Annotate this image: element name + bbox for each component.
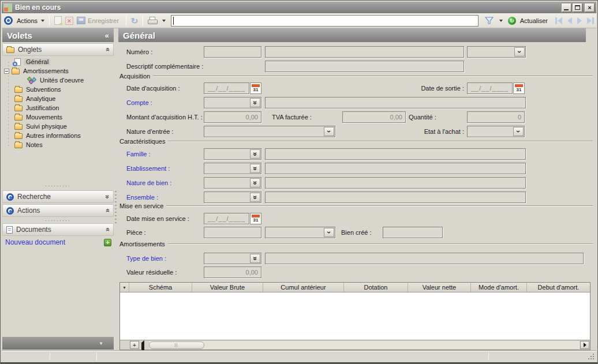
refresh-button[interactable]: ↻: [129, 15, 140, 27]
type-bien-combo[interactable]: [204, 253, 261, 264]
grid-add-row-button[interactable]: +: [130, 341, 139, 349]
grid-column-header-valeur-nette[interactable]: Valeur nette: [408, 283, 471, 292]
date-acquisition-input[interactable]: __/__/____: [204, 82, 249, 94]
lookup-dropdown-button[interactable]: [250, 98, 260, 107]
filter-dropdown-button[interactable]: [496, 18, 504, 23]
nav-next-button[interactable]: [577, 17, 582, 24]
grid-column-header-dotation[interactable]: Dotation: [344, 283, 408, 292]
type-bien-description-input[interactable]: [265, 253, 584, 264]
combo-dropdown-button[interactable]: [514, 47, 525, 57]
famille-description-input[interactable]: [265, 148, 526, 160]
section-onglets[interactable]: Onglets »: [2, 43, 114, 56]
grid-column-header-schema[interactable]: Schéma: [129, 283, 192, 292]
lookup-dropdown-button[interactable]: [250, 149, 260, 159]
grid-column-header-mode-amort[interactable]: Mode d'amort.: [471, 283, 527, 292]
add-document-button[interactable]: +: [104, 239, 111, 246]
combo-dropdown-button[interactable]: [513, 127, 524, 136]
sidebar-scroll-down-bar[interactable]: ▼: [2, 337, 114, 350]
etat-achat-select[interactable]: [467, 126, 525, 137]
grid-hscrollbar-thumb[interactable]: [149, 342, 204, 349]
piece-select[interactable]: [265, 227, 335, 238]
lookup-dropdown-button[interactable]: [250, 254, 260, 263]
nav-first-button[interactable]: [555, 17, 562, 24]
grid-hscrollbar-track[interactable]: [149, 341, 580, 349]
tree-item-suivi-physique[interactable]: Suivi physique: [14, 122, 67, 131]
section-documents[interactable]: Documents »: [2, 223, 114, 236]
ensemble-combo[interactable]: [204, 192, 261, 203]
piece-input[interactable]: [204, 227, 261, 238]
sidebar-splitter-handle[interactable]: ·········: [2, 184, 114, 188]
new-document-link[interactable]: Nouveau document: [5, 238, 104, 246]
nature-bien-combo[interactable]: [204, 177, 261, 189]
section-actions[interactable]: Actions »: [2, 204, 114, 217]
montant-input[interactable]: 0,00: [204, 111, 261, 123]
piece-label: Pièce :: [126, 229, 146, 236]
numero-input-1[interactable]: [204, 46, 261, 58]
tree-item-subventions[interactable]: Subventions: [14, 85, 61, 94]
etablissement-description-input[interactable]: [265, 163, 526, 174]
grid-column-header-debut-amort[interactable]: Debut d'amort.: [527, 283, 590, 292]
chevron-double-up-icon[interactable]: »: [104, 228, 111, 232]
nature-bien-description-input[interactable]: [265, 177, 526, 189]
chevron-double-up-icon[interactable]: »: [104, 209, 111, 213]
date-acquisition-calendar-button[interactable]: 31: [250, 82, 261, 94]
search-input[interactable]: [171, 15, 479, 27]
lookup-dropdown-button[interactable]: [250, 193, 260, 202]
grid-column-header-valeur-brute[interactable]: Valeur Brute: [192, 283, 263, 292]
lookup-dropdown-button[interactable]: [250, 164, 260, 173]
grid-scroll-right-button[interactable]: [580, 341, 589, 349]
close-button[interactable]: ×: [585, 3, 595, 12]
print-button[interactable]: [146, 16, 159, 25]
lookup-dropdown-button[interactable]: [250, 178, 260, 187]
tree-item-unites-oeuvre[interactable]: Unités d'oeuvre: [27, 76, 84, 85]
actions-menu-button[interactable]: Actions: [13, 16, 46, 25]
grid-column-header-cumul-anterieur[interactable]: Cumul antérieur: [263, 283, 344, 292]
tree-item-justification[interactable]: Justification: [14, 103, 59, 112]
bien-cree-input[interactable]: [383, 227, 443, 238]
tree-item-analytique[interactable]: Analytique: [14, 94, 55, 103]
tree-item-autres-informations[interactable]: Autres informations: [14, 131, 81, 140]
date-mise-service-input[interactable]: __/__/____: [204, 213, 249, 224]
tree-item-notes[interactable]: Notes: [14, 140, 43, 149]
nature-entree-select[interactable]: [204, 126, 335, 137]
grid-scroll-left-button[interactable]: [141, 343, 144, 350]
tva-input[interactable]: 0,00: [342, 111, 406, 123]
expander-minus-icon[interactable]: [4, 69, 9, 74]
new-record-button[interactable]: [53, 15, 63, 26]
date-sortie-input[interactable]: __/__/____: [467, 82, 513, 94]
delete-record-button[interactable]: ×: [63, 16, 75, 26]
print-dropdown-button[interactable]: [159, 18, 167, 23]
chevron-double-down-icon[interactable]: »: [104, 195, 111, 199]
panel-splitter[interactable]: [115, 191, 117, 226]
grid-body[interactable]: [120, 292, 590, 340]
date-sortie-calendar-button[interactable]: 31: [513, 82, 525, 94]
numero-input-2[interactable]: [265, 46, 464, 58]
famille-combo[interactable]: [204, 148, 261, 160]
tree-item-general[interactable]: Général: [14, 57, 50, 66]
maximize-button[interactable]: [573, 3, 582, 12]
section-recherche[interactable]: Recherche »: [2, 190, 114, 203]
resize-grip[interactable]: [588, 353, 595, 360]
numero-suffix-combo[interactable]: [467, 46, 526, 58]
filter-button[interactable]: [483, 16, 495, 26]
nav-last-button[interactable]: [587, 17, 594, 24]
tree-item-mouvements[interactable]: Mouvements: [14, 112, 62, 122]
combo-dropdown-button[interactable]: [324, 127, 334, 136]
compte-description-input[interactable]: [265, 97, 526, 108]
compte-combo[interactable]: [204, 97, 261, 108]
sidebar-splitter-handle[interactable]: ·········: [2, 219, 114, 223]
save-button[interactable]: Enregistrer: [75, 16, 123, 25]
date-mise-service-calendar-button[interactable]: 31: [250, 213, 261, 224]
combo-dropdown-button[interactable]: [324, 228, 334, 237]
tree-item-amortissements[interactable]: Amortissements: [4, 66, 69, 76]
descriptif-input[interactable]: [265, 61, 464, 72]
nav-prev-button[interactable]: [567, 17, 572, 24]
valeur-residuelle-input[interactable]: 0,00: [204, 267, 261, 278]
minimize-button[interactable]: [562, 3, 571, 12]
sidebar-collapse-button[interactable]: «: [105, 31, 109, 40]
quantite-input[interactable]: 0: [467, 111, 525, 123]
etablissement-combo[interactable]: [204, 163, 261, 174]
actualiser-button[interactable]: ↻ Actualiser: [504, 16, 552, 26]
ensemble-description-input[interactable]: [265, 192, 526, 203]
chevron-double-up-icon[interactable]: »: [104, 48, 111, 52]
